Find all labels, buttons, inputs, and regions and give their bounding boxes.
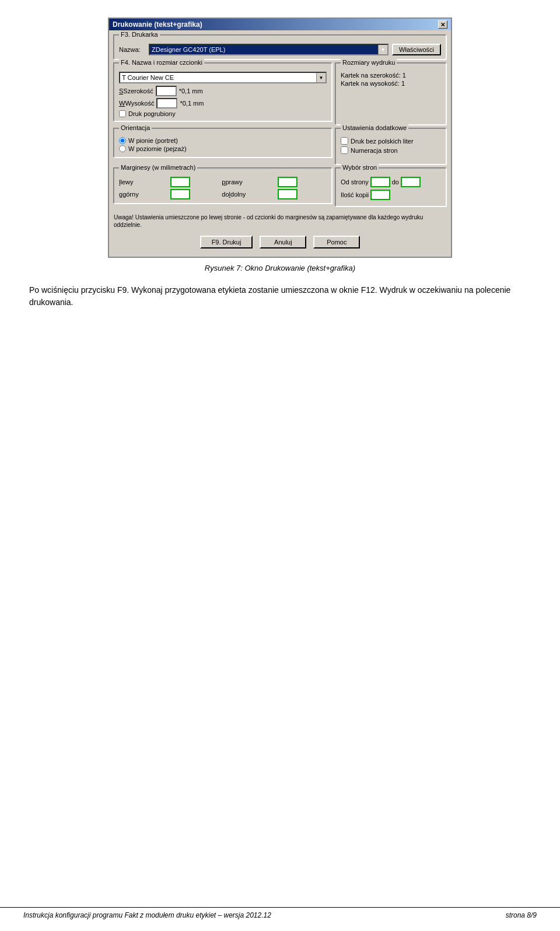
properties-button[interactable]: Właściwości [392, 44, 441, 55]
left-margin-input[interactable]: 0 [170, 177, 190, 187]
printer-name-label: Nazwa: [119, 46, 145, 53]
margins-grid: llewy 0 pprawy 0 ggórny 10 doldolny 0 [119, 177, 327, 200]
bottom-row: Marginesy (w milimetrach) llewy 0 pprawy… [114, 168, 446, 210]
page-numbers-label: Numeracja stron [351, 147, 398, 154]
print-size-group: Rozmiary wydruku Kartek na szerokość: 1 … [335, 63, 446, 125]
font-height-label: WWysokość [119, 100, 154, 107]
bold-checkbox[interactable] [119, 110, 126, 117]
page-numbers-checkbox[interactable] [341, 146, 348, 154]
close-button[interactable]: ✕ [438, 20, 447, 29]
dialog-window: Drukowanie (tekst+grafika) ✕ F3. Drukark… [108, 18, 452, 258]
to-page-input[interactable]: 99 [401, 177, 421, 187]
orientation-group: Orientacja W pionie (portret) W poziomie… [114, 128, 332, 158]
right-margin-input[interactable]: 0 [278, 177, 298, 187]
bottom-margin-label: doldolny [222, 191, 275, 198]
landscape-label: W poziomie (pejzaż) [128, 145, 187, 152]
orientation-group-title: Orientacja [119, 124, 152, 131]
print-button[interactable]: F9. Drukuj [200, 236, 253, 249]
printer-section-content: Nazwa: ZDesigner GC420T (EPL) ▼ Właściwo… [119, 44, 441, 55]
font-group-content: T Courier New CE ▼ SSzerokość 10 *0,1 mm [119, 72, 327, 117]
orientation-column: Orientacja W pionie (portret) W poziomie… [114, 128, 332, 161]
additional-content: Druk bez polskich liter Numeracja stron [341, 137, 441, 154]
to-label: do [392, 178, 399, 186]
printer-group-title: F3. Drukarka [119, 31, 160, 38]
font-width-unit: *0,1 mm [179, 88, 203, 94]
cards-height-item: Kartek na wysokość: 1 [341, 80, 441, 87]
additional-column: Ustawienia dodatkowe Druk bez polskich l… [335, 128, 446, 164]
print-dialog: Drukowanie (tekst+grafika) ✕ F3. Drukark… [108, 18, 452, 258]
from-label: Od strony [341, 178, 369, 186]
font-width-row: SSzerokość 10 *0,1 mm [119, 86, 327, 96]
cards-height-value: 1 [401, 80, 405, 87]
from-page-input[interactable]: 1 [370, 177, 390, 187]
help-button[interactable]: Pomoc [313, 236, 360, 249]
top-margin-input[interactable]: 10 [170, 189, 190, 200]
landscape-row: W poziomie (pejzaż) [119, 145, 327, 152]
margins-group: Marginesy (w milimetrach) llewy 0 pprawy… [114, 168, 332, 204]
portrait-row: W pionie (portret) [119, 137, 327, 144]
dialog-body: F3. Drukarka Nazwa: ZDesigner GC420T (EP… [109, 30, 451, 257]
cards-width-label: Kartek na szerokość: [341, 72, 401, 79]
font-width-label: SSzerokość [119, 88, 153, 94]
font-height-row: WWysokość 16 *0,1 mm [119, 98, 327, 108]
page-from-row: Od strony 1 do 99 [341, 177, 441, 187]
left-margin-label: llewy [119, 178, 168, 186]
page-footer: Instrukcja konfiguracji programu Fakt z … [0, 907, 560, 919]
margins-content: llewy 0 pprawy 0 ggórny 10 doldolny 0 [119, 177, 327, 200]
bottom-margin-input[interactable]: 0 [278, 189, 298, 200]
font-height-unit: *0,1 mm [180, 100, 204, 107]
orientation-content: W pionie (portret) W poziomie (pejzaż) [119, 137, 327, 152]
portrait-label: W pionie (portret) [128, 137, 178, 144]
print-size-column: Rozmiary wydruku Kartek na szerokość: 1 … [335, 63, 446, 125]
dialog-buttons: F9. Drukuj Anuluj Pomoc [114, 233, 446, 252]
page-selection-content: Od strony 1 do 99 Ilość kopii 1 [341, 177, 441, 200]
font-height-input[interactable]: 16 [156, 98, 177, 108]
printer-group: F3. Drukarka Nazwa: ZDesigner GC420T (EP… [114, 35, 446, 60]
additional-group-title: Ustawienia dodatkowe [341, 124, 408, 131]
copies-label: Ilość kopii [341, 191, 369, 198]
font-select-wrapper: T Courier New CE ▼ [119, 72, 327, 83]
margins-column: Marginesy (w milimetrach) llewy 0 pprawy… [114, 168, 332, 210]
orientation-row: Orientacja W pionie (portret) W poziomie… [114, 128, 446, 164]
print-size-group-title: Rozmiary wydruku [341, 59, 397, 66]
font-select[interactable]: T Courier New CE ▼ [119, 72, 327, 83]
page-selection-group-title: Wybór stron [341, 164, 379, 171]
font-group: F4. Nazwa i rozmiar czcionki T Courier N… [114, 63, 332, 121]
no-polish-label: Druk bez polskich liter [351, 138, 414, 145]
bold-row: Druk pogrubiony [119, 110, 327, 117]
additional-group: Ustawienia dodatkowe Druk bez polskich l… [335, 128, 446, 164]
page-numbers-row: Numeracja stron [341, 146, 441, 154]
landscape-radio[interactable] [119, 145, 126, 152]
font-width-input[interactable]: 10 [156, 86, 177, 96]
note-text: Uwaga! Ustawienia umieszczone po lewej s… [114, 214, 446, 229]
margins-group-title: Marginesy (w milimetrach) [119, 164, 197, 171]
figure-caption: Rysunek 7: Okno Drukowanie (tekst+grafik… [205, 264, 355, 272]
copies-input[interactable]: 1 [370, 190, 390, 200]
dialog-title: Drukowanie (tekst+grafika) [113, 20, 438, 29]
cards-height-label: Kartek na wysokość: [341, 80, 400, 87]
body-paragraph-1: Po wciśnięciu przycisku F9. Wykonaj przy… [29, 284, 531, 309]
portrait-radio[interactable] [119, 137, 126, 144]
font-value: T Courier New CE [120, 74, 316, 81]
cards-width-value: 1 [402, 72, 406, 79]
cards-width-item: Kartek na szerokość: 1 [341, 72, 441, 79]
right-margin-label: pprawy [222, 178, 275, 186]
copies-row: Ilość kopii 1 [341, 190, 441, 200]
top-margin-label: ggórny [119, 191, 168, 198]
font-column: F4. Nazwa i rozmiar czcionki T Courier N… [114, 63, 332, 125]
printer-select[interactable]: ZDesigner GC420T (EPL) ▼ [149, 44, 388, 55]
printer-dropdown-arrow[interactable]: ▼ [378, 45, 387, 54]
no-polish-row: Druk bez polskich liter [341, 137, 441, 145]
no-polish-checkbox[interactable] [341, 137, 348, 145]
bold-label: Druk pogrubiony [128, 110, 176, 117]
footer-right-text: strona 8/9 [506, 911, 537, 919]
dialog-titlebar: Drukowanie (tekst+grafika) ✕ [109, 19, 451, 30]
font-group-title: F4. Nazwa i rozmiar czcionki [119, 59, 204, 66]
middle-row: F4. Nazwa i rozmiar czcionki T Courier N… [114, 63, 446, 125]
printer-value: ZDesigner GC420T (EPL) [150, 46, 378, 53]
cancel-button[interactable]: Anuluj [260, 236, 306, 249]
page-selection-group: Wybór stron Od strony 1 do 99 Ilość kopi… [335, 168, 446, 206]
page-selection-column: Wybór stron Od strony 1 do 99 Ilość kopi… [335, 168, 446, 210]
footer-left-text: Instrukcja konfiguracji programu Fakt z … [23, 911, 271, 919]
font-dropdown-arrow[interactable]: ▼ [316, 73, 326, 82]
